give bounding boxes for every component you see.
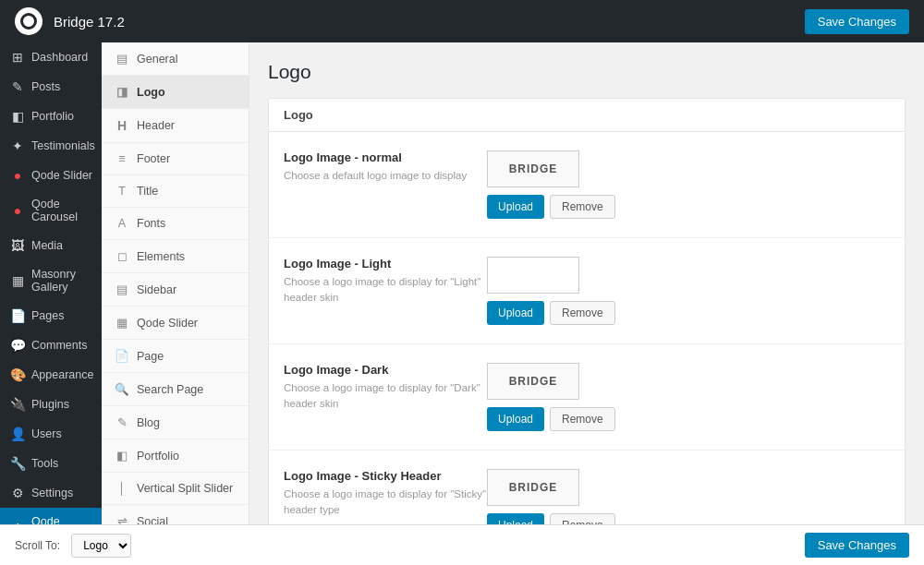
sidebar-label-comments: Comments [31, 339, 87, 352]
comments-icon: 💬 [9, 338, 26, 353]
sidebar-label-settings: Settings [31, 487, 73, 499]
search-sidebar-icon: 🔍 [115, 382, 129, 396]
logo-light-upload-btn[interactable]: Upload [487, 301, 544, 325]
logo-light-btn-row: Upload Remove [487, 301, 615, 325]
logo-normal-remove-btn[interactable]: Remove [550, 195, 615, 219]
testimonials-icon: ✦ [9, 138, 26, 153]
main-layout: ⊞ Dashboard ✎ Posts ◧ Portfolio ✦ Testim… [0, 42, 924, 524]
bridge-sidebar-label-footer: Footer [137, 152, 170, 165]
logo-dark-desc: Choose a logo image to display for "Dark… [284, 380, 487, 413]
logo-sticky-desc: Choose a logo image to display for "Stic… [284, 487, 487, 519]
content-box: Logo Logo Image - normal Choose a defaul… [268, 98, 906, 524]
bridge-sidebar-label-elements: Elements [137, 250, 185, 263]
bridge-sidebar-label-page: Page [137, 350, 164, 363]
sidebar-item-masonry[interactable]: ▦ Masonry Gallery [0, 260, 102, 301]
bridge-sidebar-search[interactable]: 🔍 Search Page [102, 373, 249, 406]
bridge-sidebar-logo[interactable]: ◨ Logo [102, 76, 249, 109]
sidebar-item-tools[interactable]: 🔧 Tools [0, 449, 102, 478]
sidebar-label-pages: Pages [31, 309, 64, 322]
sidebar-item-qode-slider[interactable]: ● Qode Slider [0, 161, 102, 190]
bridge-sidebar-label-search: Search Page [137, 383, 203, 396]
logo-sticky-btn-row: Upload Remove [487, 513, 615, 524]
logo-normal-preview: BRIDGE [487, 150, 579, 187]
logo-inner [20, 13, 37, 30]
bridge-sidebar-fonts[interactable]: A Fonts [102, 208, 249, 240]
scroll-to-select[interactable]: Logo [71, 534, 131, 558]
media-icon: 🖼 [9, 238, 26, 253]
sidebar-item-posts[interactable]: ✎ Posts [0, 72, 102, 102]
posts-icon: ✎ [9, 79, 26, 94]
sidebar-label-posts: Posts [31, 80, 60, 93]
bottom-save-button[interactable]: Save Changes [805, 533, 909, 558]
title-sidebar-icon: T [115, 185, 129, 198]
logo-row-light-info: Logo Image - Light Choose a logo image t… [284, 257, 487, 307]
logo-normal-controls: BRIDGE Upload Remove [487, 150, 615, 219]
header-sidebar-icon: H [115, 118, 129, 133]
bridge-sidebar-header[interactable]: H Header [102, 109, 249, 143]
tools-icon: 🔧 [9, 456, 26, 471]
bridge-sidebar-elements[interactable]: ◻ Elements [102, 240, 249, 273]
top-save-button[interactable]: Save Changes [805, 9, 909, 34]
top-bar: Bridge 17.2 Save Changes [0, 0, 924, 42]
bridge-sidebar-sidebar[interactable]: ▤ Sidebar [102, 273, 249, 307]
fonts-sidebar-icon: A [115, 217, 129, 230]
bridge-sidebar-label-general: General [137, 53, 177, 66]
footer-sidebar-icon: ≡ [115, 152, 129, 165]
bridge-sidebar-label-portfolio: Portfolio [137, 450, 179, 463]
sidebar-item-users[interactable]: 👤 Users [0, 419, 102, 449]
page-sidebar-icon: 📄 [115, 349, 129, 363]
bridge-sidebar-portfolio[interactable]: ◧ Portfolio [102, 439, 249, 473]
social-icon: ⇌ [115, 514, 129, 524]
bridge-sidebar-social[interactable]: ⇌ Social [102, 505, 249, 524]
appearance-icon: 🎨 [9, 367, 26, 382]
sidebar-item-testimonials[interactable]: ✦ Testimonials [0, 131, 102, 161]
logo-normal-upload-btn[interactable]: Upload [487, 195, 544, 219]
bridge-sidebar-footer[interactable]: ≡ Footer [102, 143, 249, 175]
bridge-sidebar-general[interactable]: ▤ General [102, 42, 249, 76]
bridge-sidebar-label-blog: Blog [137, 416, 160, 429]
sidebar-item-comments[interactable]: 💬 Comments [0, 331, 102, 360]
bridge-sidebar-label-logo: Logo [137, 86, 165, 99]
logo-sticky-preview: BRIDGE [487, 469, 579, 506]
elements-sidebar-icon: ◻ [115, 249, 129, 263]
sidebar-item-appearance[interactable]: 🎨 Appearance [0, 360, 102, 390]
bridge-sidebar-page[interactable]: 📄 Page [102, 340, 249, 373]
bridge-sidebar-qode-slider[interactable]: ▦ Qode Slider [102, 307, 249, 340]
section-header: Logo [269, 99, 905, 132]
logo-light-remove-btn[interactable]: Remove [550, 301, 615, 325]
bridge-sidebar-label-vertical-split: Vertical Split Slider [137, 482, 233, 495]
sidebar-label-dashboard: Dashboard [31, 51, 88, 64]
masonry-icon: ▦ [9, 273, 26, 288]
bridge-sidebar-blog[interactable]: ✎ Blog [102, 406, 249, 439]
bridge-sidebar-label-sidebar: Sidebar [137, 283, 176, 296]
logo-row-dark-info: Logo Image - Dark Choose a logo image to… [284, 363, 487, 413]
sidebar-item-plugins[interactable]: 🔌 Plugins [0, 390, 102, 419]
logo-light-title: Logo Image - Light [284, 257, 487, 270]
logo-sticky-upload-btn[interactable]: Upload [487, 513, 544, 524]
sidebar-label-appearance: Appearance [31, 368, 93, 381]
sidebar-item-qode-carousel[interactable]: ● Qode Carousel [0, 190, 102, 231]
sidebar-item-settings[interactable]: ⚙ Settings [0, 478, 102, 508]
sidebar-item-qode-options[interactable]: ⚙ Qode Options [0, 508, 102, 524]
sidebar-item-portfolio[interactable]: ◧ Portfolio [0, 102, 102, 131]
sidebar-item-pages[interactable]: 📄 Pages [0, 301, 102, 331]
sidebar-label-users: Users [31, 427, 62, 440]
bridge-sidebar-label-qode-slider: Qode Slider [137, 317, 198, 330]
bridge-sidebar-vertical-split[interactable]: │ Vertical Split Slider [102, 473, 249, 505]
logo-sticky-remove-btn[interactable]: Remove [550, 513, 615, 524]
sidebar-item-media[interactable]: 🖼 Media [0, 231, 102, 260]
qode-slider-sidebar-icon: ▦ [115, 316, 129, 330]
sidebar-sidebar-icon: ▤ [115, 282, 129, 296]
logo-normal-desc: Choose a default logo image to display [284, 168, 487, 184]
logo-row-normal: Logo Image - normal Choose a default log… [269, 132, 905, 238]
settings-icon: ⚙ [9, 486, 26, 500]
portfolio-icon: ◧ [9, 109, 26, 124]
bridge-sidebar-label-social: Social [137, 515, 168, 525]
logo-dark-remove-btn[interactable]: Remove [550, 407, 615, 431]
vertical-split-icon: │ [115, 482, 129, 495]
bridge-sidebar-title[interactable]: T Title [102, 175, 249, 208]
dashboard-icon: ⊞ [9, 50, 26, 65]
logo-dark-upload-btn[interactable]: Upload [487, 407, 544, 431]
sidebar-item-dashboard[interactable]: ⊞ Dashboard [0, 42, 102, 72]
wp-sidebar: ⊞ Dashboard ✎ Posts ◧ Portfolio ✦ Testim… [0, 42, 102, 524]
